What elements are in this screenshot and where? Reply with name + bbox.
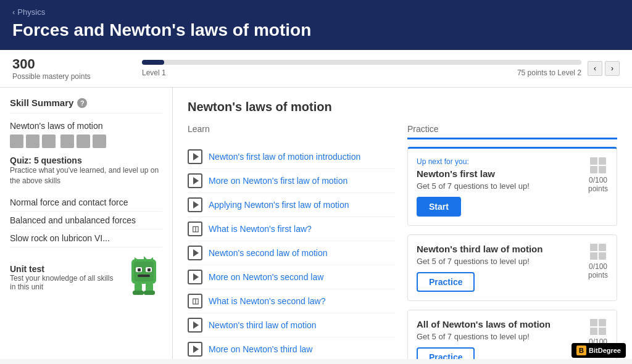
skill-icons [10, 134, 162, 148]
article-icon: ◫ [188, 294, 202, 308]
video-icon [188, 173, 202, 188]
practice-card-1-title: Newton's first law [417, 168, 581, 179]
back-label: Physics [17, 7, 45, 17]
points-icon [588, 244, 608, 260]
progress-bar-track [142, 60, 581, 65]
practice-card-3-desc: Get 5 of 7 questions to level up! [417, 332, 581, 341]
practice-card-2-content: Newton's third law of motion Get 5 of 7 … [417, 244, 581, 292]
skill-item-name: Newton's laws of motion [10, 121, 162, 131]
learn-item-text: More on Newton's first law of motion [209, 176, 347, 186]
progress-prev-button[interactable]: ‹ [588, 61, 602, 76]
progress-area: 300 Possible mastery points Level 1 75 p… [0, 50, 632, 88]
practice-card-1-points: 0/100 points [588, 157, 608, 193]
unit-test-mascot [125, 256, 162, 299]
points-icon [588, 157, 608, 173]
learn-item-text: Newton's second law of motion [209, 248, 328, 258]
svg-rect-7 [138, 268, 141, 271]
video-icon [188, 270, 202, 284]
level-label: Level 1 [142, 68, 166, 77]
practice-card-2-title: Newton's third law of motion [417, 244, 581, 254]
columns: Learn Newton's first law of motion intro… [188, 124, 617, 359]
level-next-label: 75 points to Level 2 [517, 68, 581, 77]
back-chevron-icon: ‹ [12, 7, 15, 17]
progress-next-button[interactable]: › [605, 61, 620, 76]
list-item[interactable]: ◫ What is Newton's second law? [188, 289, 395, 313]
help-icon[interactable]: ? [77, 98, 87, 108]
content-title: Newton's laws of motion [188, 100, 617, 114]
unit-test-text: Unit test Test your knowledge of all ski… [10, 264, 119, 291]
svg-rect-12 [133, 291, 144, 295]
watermark-b-icon: B [576, 345, 586, 355]
points-units: points [588, 184, 608, 193]
practice-button-2[interactable]: Practice [417, 272, 475, 292]
svg-rect-8 [148, 268, 151, 271]
skill-icon-1 [10, 134, 23, 148]
skill-summary-label: Skill Summary [10, 97, 73, 108]
learn-column: Learn Newton's first law of motion intro… [188, 124, 395, 359]
progress-nav: ‹ › [588, 61, 620, 76]
list-item[interactable]: Newton's second law of motion [188, 241, 395, 265]
learn-column-header: Learn [188, 124, 395, 138]
quiz-title: Quiz: 5 questions [10, 155, 162, 165]
back-link[interactable]: ‹ Physics [12, 7, 620, 17]
page-title: Forces and Newton's laws of motion [12, 20, 620, 40]
video-icon [188, 246, 202, 260]
unit-test-section: Unit test Test your knowledge of all ski… [10, 251, 162, 304]
points-value: 0/100 [588, 262, 608, 271]
video-icon [188, 197, 202, 212]
sidebar-link-normal-force[interactable]: Normal force and contact force [10, 194, 162, 212]
article-icon: ◫ [188, 221, 202, 236]
list-item[interactable]: More on Newton's second law [188, 265, 395, 289]
skill-icon-6 [93, 134, 106, 148]
points-icon [588, 319, 608, 335]
progress-bar-fill [142, 60, 164, 65]
unit-test-desc: Test your knowledge of all skills in thi… [10, 274, 119, 291]
quiz-desc: Practice what you've learned, and level … [10, 165, 162, 186]
video-icon [188, 342, 202, 357]
practice-card-2-desc: Get 5 of 7 questions to level up! [417, 257, 581, 266]
learn-item-text: More on Newton's third law [209, 344, 312, 354]
list-item[interactable]: Newton's third law of motion [188, 313, 395, 337]
watermark: B BitDegree [572, 343, 626, 358]
quiz-section: Quiz: 5 questions Practice what you've l… [10, 155, 162, 186]
main-layout: Skill Summary ? Newton's laws of motion … [0, 88, 632, 359]
list-item[interactable]: Newton's first law of motion introductio… [188, 145, 395, 169]
learn-item-text: Newton's first law of motion introductio… [209, 152, 360, 162]
list-item[interactable]: More on Newton's first law of motion [188, 169, 395, 193]
practice-card-2: Newton's third law of motion Get 5 of 7 … [407, 234, 617, 301]
header: ‹ Physics Forces and Newton's laws of mo… [0, 0, 632, 50]
content-area: Newton's laws of motion Learn Newton's f… [173, 88, 632, 359]
svg-rect-9 [138, 275, 150, 277]
progress-bar-section: Level 1 75 points to Level 2 [136, 60, 588, 77]
video-icon [188, 149, 202, 164]
skill-icon-2 [26, 134, 40, 148]
list-item[interactable]: ◫ What is Newton's first law? [188, 217, 395, 241]
learn-item-text: What is Newton's first law? [209, 224, 312, 234]
skill-icon-4 [60, 134, 74, 148]
list-item[interactable]: Applying Newton's first law of motion [188, 193, 395, 217]
practice-card-2-points: 0/100 points [588, 244, 608, 279]
svg-rect-13 [144, 291, 155, 295]
points-value: 0/100 [588, 176, 608, 184]
practice-column: Practice Up next for you: Newton's first… [407, 124, 617, 359]
progress-labels: Level 1 75 points to Level 2 [142, 68, 581, 77]
points-section: 300 Possible mastery points [12, 56, 136, 81]
sidebar-link-balanced-forces[interactable]: Balanced and unbalanced forces [10, 212, 162, 230]
skill-icon-3 [42, 134, 56, 148]
learn-item-text: Newton's third law of motion [209, 320, 317, 330]
sidebar-link-slow-rock[interactable]: Slow rock on lubricon VI... [10, 230, 162, 247]
practice-card-3-content: All of Newton's laws of motion Get 5 of … [417, 319, 581, 359]
mascot-svg [125, 256, 162, 299]
practice-card-1-desc: Get 5 of 7 questions to level up! [417, 181, 581, 191]
unit-test-title: Unit test [10, 264, 119, 274]
list-item[interactable]: More on Newton's third law [188, 337, 395, 359]
sidebar: Skill Summary ? Newton's laws of motion … [0, 88, 173, 359]
practice-column-header: Practice [407, 124, 617, 139]
practice-button-3[interactable]: Practice [417, 347, 475, 359]
skill-icon-5 [77, 134, 90, 148]
skill-item: Newton's laws of motion [10, 121, 162, 148]
skill-summary-header: Skill Summary ? [10, 97, 162, 114]
up-next-label: Up next for you: [417, 157, 581, 166]
start-button[interactable]: Start [417, 197, 461, 217]
learn-item-text: More on Newton's second law [209, 272, 323, 282]
